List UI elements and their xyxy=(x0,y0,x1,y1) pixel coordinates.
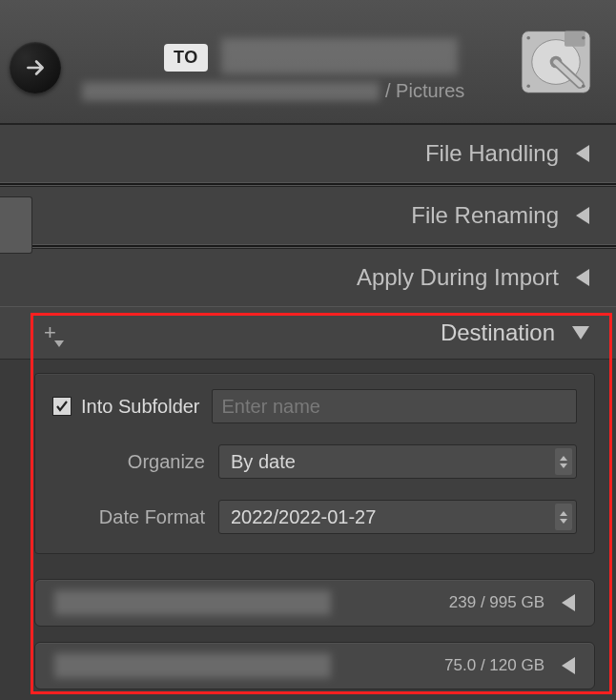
add-preset-icon[interactable]: + xyxy=(44,320,56,345)
destination-panel-body: Into Subfolder Organize By date Date For… xyxy=(0,359,616,567)
triangle-collapsed-icon xyxy=(576,145,589,162)
triangle-collapsed-icon xyxy=(562,594,575,611)
date-format-value: 2022/2022-01-27 xyxy=(231,506,376,528)
panel-edge-stub xyxy=(0,196,32,254)
volume-name-redacted xyxy=(54,653,331,678)
panel-apply-during-import[interactable]: Apply During Import xyxy=(0,248,616,307)
volume-list: 239 / 995 GB 75.0 / 120 GB xyxy=(0,567,616,690)
to-badge: TO xyxy=(164,44,208,72)
hard-drive-icon xyxy=(513,19,599,105)
triangle-collapsed-icon xyxy=(576,269,589,286)
panel-title: File Handling xyxy=(425,140,559,167)
svg-point-6 xyxy=(582,36,585,40)
volume-row[interactable]: 239 / 995 GB xyxy=(34,579,595,627)
svg-point-8 xyxy=(582,84,585,88)
triangle-collapsed-icon xyxy=(562,657,575,674)
volume-name-redacted xyxy=(54,590,331,615)
triangle-collapsed-icon xyxy=(576,207,589,224)
panel-title: Apply During Import xyxy=(357,264,559,291)
panel-file-handling[interactable]: File Handling xyxy=(0,124,616,183)
into-subfolder-checkbox[interactable] xyxy=(52,397,72,416)
right-panel-stack: File Handling File Renaming Apply During… xyxy=(0,124,616,690)
destination-options-box: Into Subfolder Organize By date Date For… xyxy=(34,373,595,554)
date-format-label: Date Format xyxy=(52,506,205,528)
stepper-icon xyxy=(555,504,572,530)
panel-file-renaming[interactable]: File Renaming xyxy=(0,186,616,245)
into-subfolder-row: Into Subfolder xyxy=(52,389,577,423)
destination-path-redacted xyxy=(82,82,380,101)
date-format-select[interactable]: 2022/2022-01-27 xyxy=(218,500,577,534)
checkmark-icon xyxy=(54,399,70,414)
svg-point-7 xyxy=(526,84,530,88)
go-to-destination-button[interactable] xyxy=(10,42,61,93)
svg-point-5 xyxy=(526,36,530,40)
organize-row: Organize By date xyxy=(52,444,577,479)
organize-label: Organize xyxy=(52,451,205,473)
organize-select[interactable]: By date xyxy=(218,444,577,479)
volume-size: 239 / 995 GB xyxy=(449,593,544,612)
volume-size: 75.0 / 120 GB xyxy=(444,656,544,675)
date-format-row: Date Format 2022/2022-01-27 xyxy=(52,500,577,534)
destination-path-suffix: / Pictures xyxy=(385,80,464,102)
destination-name-redacted xyxy=(221,38,458,74)
panel-destination-header[interactable]: + Destination xyxy=(0,307,616,359)
stepper-icon xyxy=(555,448,572,475)
destination-header-bar: TO / Pictures xyxy=(0,0,616,124)
panel-title: File Renaming xyxy=(411,202,559,229)
volume-row[interactable]: 75.0 / 120 GB xyxy=(34,642,595,690)
organize-value: By date xyxy=(231,451,296,473)
subfolder-name-input[interactable] xyxy=(212,389,577,423)
triangle-expanded-icon xyxy=(572,326,589,340)
arrow-right-icon xyxy=(23,55,48,80)
panel-title: Destination xyxy=(441,319,555,346)
into-subfolder-label: Into Subfolder xyxy=(81,396,200,418)
